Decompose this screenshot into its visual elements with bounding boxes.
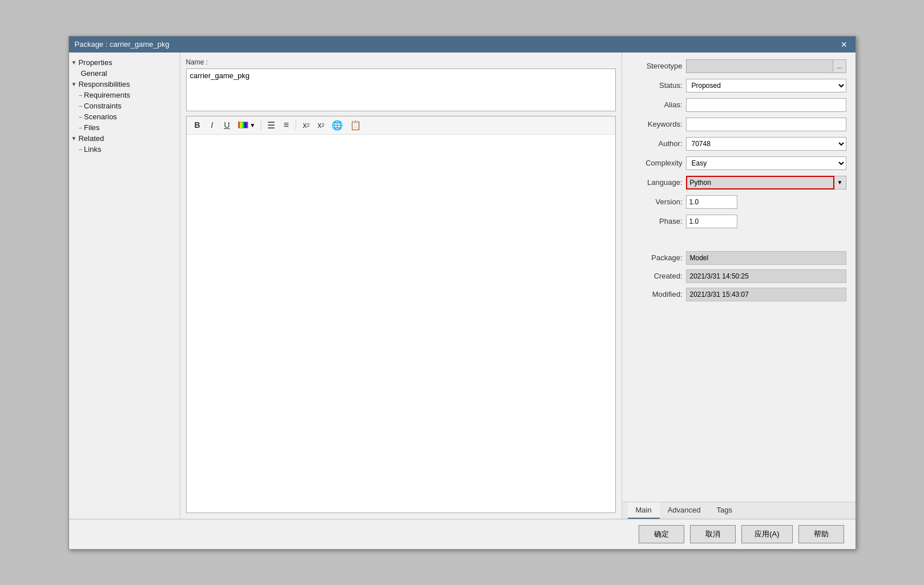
- numbered-list-button[interactable]: ≡: [280, 119, 292, 131]
- status-select[interactable]: Proposed Approved Rejected In Progress: [686, 79, 846, 92]
- sidebar-label-general: General: [81, 69, 107, 78]
- separator-2: [296, 120, 296, 130]
- created-value: 2021/3/31 14:50:25: [686, 269, 846, 283]
- status-label: Status:: [631, 81, 683, 90]
- language-label: Language:: [631, 178, 683, 187]
- stereotype-label: Stereotype: [631, 62, 683, 70]
- package-value: Model: [686, 251, 846, 265]
- close-button[interactable]: ✕: [838, 40, 850, 49]
- toggle-requirements: –: [79, 92, 83, 98]
- sidebar-label-properties: Properties: [78, 58, 112, 67]
- package-row: Package: Model: [631, 251, 846, 265]
- title-bar: Package : carrier_game_pkg ✕: [69, 37, 856, 53]
- toggle-scenarios: –: [79, 114, 83, 120]
- stereotype-browse-button[interactable]: ...: [833, 59, 846, 73]
- sidebar-item-general[interactable]: General: [69, 68, 180, 79]
- tab-tags[interactable]: Tags: [709, 502, 740, 519]
- alias-row: Alias:: [631, 98, 846, 112]
- cancel-button[interactable]: 取消: [690, 525, 736, 543]
- sidebar-item-responsibilities[interactable]: ▼ Responsibilities: [69, 79, 180, 90]
- phase-input[interactable]: [686, 215, 737, 228]
- sidebar-item-related[interactable]: ▼ Related: [69, 133, 180, 144]
- status-row: Status: Proposed Approved Rejected In Pr…: [631, 79, 846, 92]
- sidebar-label-related: Related: [78, 134, 104, 143]
- window-body: ▼ Properties General ▼ Responsibilities …: [69, 53, 856, 549]
- italic-button[interactable]: I: [206, 119, 219, 131]
- superscript-button[interactable]: x2: [300, 119, 312, 131]
- stereotype-row: Stereotype ...: [631, 59, 846, 73]
- name-label: Name :: [186, 58, 616, 66]
- sidebar-item-requirements[interactable]: – Requirements: [69, 90, 180, 100]
- created-label: Created:: [631, 272, 683, 280]
- editor-body[interactable]: [187, 135, 615, 513]
- package-label: Package:: [631, 253, 683, 262]
- footer: 确定 取消 应用(A) 帮助: [69, 519, 856, 549]
- bullet-list-button[interactable]: ☰: [265, 119, 277, 132]
- complexity-row: Complexity Easy Medium Hard: [631, 156, 846, 170]
- sidebar-item-links[interactable]: – Links: [69, 144, 180, 155]
- bold-button[interactable]: B: [191, 119, 204, 131]
- sidebar-item-scenarios[interactable]: – Scenarios: [69, 111, 180, 122]
- toggle-properties: ▼: [71, 59, 77, 66]
- alias-input[interactable]: [686, 98, 846, 112]
- author-select[interactable]: 70748: [686, 137, 846, 151]
- name-section: Name : carrier_game_pkg: [186, 58, 616, 111]
- stereotype-field-wrapper: ...: [686, 59, 846, 73]
- sidebar-label-responsibilities: Responsibilities: [78, 80, 130, 88]
- main-area: ▼ Properties General ▼ Responsibilities …: [69, 53, 856, 519]
- sidebar-label-links: Links: [84, 145, 101, 154]
- keywords-row: Keywords:: [631, 118, 846, 131]
- toggle-responsibilities: ▼: [71, 81, 77, 87]
- underline-button[interactable]: U: [221, 119, 233, 131]
- right-panel-content: Stereotype ... Status: Proposed Approved…: [622, 53, 856, 502]
- window-title: Package : carrier_game_pkg: [75, 40, 170, 49]
- version-row: Version:: [631, 195, 846, 209]
- author-label: Author:: [631, 139, 683, 148]
- toggle-links: –: [79, 146, 83, 152]
- language-input[interactable]: [686, 176, 834, 189]
- modified-value: 2021/3/31 15:43:07: [686, 288, 846, 301]
- help-button[interactable]: 帮助: [798, 525, 844, 543]
- keywords-label: Keywords:: [631, 120, 683, 128]
- modified-label: Modified:: [631, 290, 683, 298]
- alias-label: Alias:: [631, 100, 683, 109]
- toggle-files: –: [79, 124, 83, 131]
- sidebar-item-properties[interactable]: ▼ Properties: [69, 57, 180, 68]
- paste-button[interactable]: 📋: [348, 119, 364, 132]
- complexity-select[interactable]: Easy Medium Hard: [686, 156, 846, 170]
- phase-row: Phase:: [631, 215, 846, 228]
- stereotype-input[interactable]: [686, 59, 833, 73]
- color-picker-button[interactable]: ▼: [236, 120, 258, 130]
- sidebar-item-files[interactable]: – Files: [69, 122, 180, 133]
- phase-label: Phase:: [631, 217, 683, 225]
- content-area: Name : carrier_game_pkg B I U ▼ ☰: [180, 53, 622, 519]
- version-input[interactable]: [686, 195, 737, 209]
- toggle-related: ▼: [71, 135, 77, 142]
- modified-row: Modified: 2021/3/31 15:43:07: [631, 288, 846, 301]
- globe-button[interactable]: 🌐: [329, 119, 345, 132]
- editor-toolbar: B I U ▼ ☰ ≡ x2 x2 🌐 📋: [187, 116, 615, 135]
- sidebar: ▼ Properties General ▼ Responsibilities …: [69, 53, 180, 519]
- language-dropdown-button[interactable]: ▼: [834, 176, 846, 189]
- sidebar-label-files: Files: [84, 123, 99, 132]
- tab-bar: Main Advanced Tags: [622, 502, 856, 519]
- color-dropdown-arrow: ▼: [250, 122, 256, 128]
- apply-button[interactable]: 应用(A): [741, 525, 792, 543]
- created-row: Created: 2021/3/31 14:50:25: [631, 269, 846, 283]
- confirm-button[interactable]: 确定: [639, 525, 684, 543]
- keywords-input[interactable]: [686, 118, 846, 131]
- tab-advanced[interactable]: Advanced: [660, 502, 709, 519]
- tab-main[interactable]: Main: [628, 502, 660, 519]
- complexity-label: Complexity: [631, 159, 683, 167]
- main-window: Package : carrier_game_pkg ✕ ▼ Propertie…: [68, 36, 856, 550]
- sidebar-label-constraints: Constraints: [84, 102, 122, 110]
- sidebar-item-constraints[interactable]: – Constraints: [69, 100, 180, 111]
- author-row: Author: 70748: [631, 137, 846, 151]
- editor-section: B I U ▼ ☰ ≡ x2 x2 🌐 📋: [186, 116, 616, 513]
- subscript-button[interactable]: x2: [314, 119, 327, 131]
- language-field-wrapper: ▼: [686, 176, 846, 189]
- name-input[interactable]: carrier_game_pkg: [186, 68, 616, 111]
- spacer: [631, 234, 846, 251]
- right-panel: Stereotype ... Status: Proposed Approved…: [622, 53, 856, 519]
- sidebar-label-scenarios: Scenarios: [84, 112, 117, 121]
